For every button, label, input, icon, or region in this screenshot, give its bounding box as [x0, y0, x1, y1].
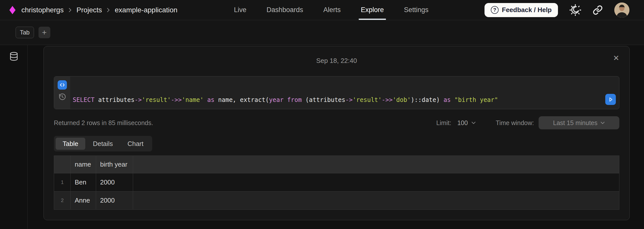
time-window-dropdown[interactable]: Last 15 minutes	[539, 116, 620, 129]
limit-label: Limit:	[436, 119, 451, 127]
run-query-button[interactable]	[605, 94, 616, 105]
main-nav: Live Dashboards Alerts Explore Settings	[234, 0, 428, 20]
database-icon[interactable]	[9, 52, 19, 61]
sql-code[interactable]: SELECT attributes->'result'->>'name' as …	[70, 77, 619, 109]
content-area: Sep 18, 22:40 ✕	[0, 45, 644, 229]
chevron-right-icon	[68, 7, 72, 13]
column-header-name[interactable]: name	[71, 156, 96, 173]
nav-item-live[interactable]: Live	[234, 0, 247, 20]
limit-control: Limit: 100	[436, 119, 475, 127]
top-bar: christophergs Projects example-applicati…	[0, 0, 644, 20]
result-view-tabs: Table Details Chart	[54, 136, 152, 151]
nav-item-explore[interactable]: Explore	[361, 0, 384, 20]
main-panel: Sep 18, 22:40 ✕	[28, 45, 644, 229]
tab-chart[interactable]: Chart	[120, 138, 151, 150]
table-row[interactable]: 2 Anne 2000	[54, 192, 619, 210]
play-icon	[608, 96, 614, 102]
time-window-value: Last 15 minutes	[553, 119, 598, 127]
table-header-row: name birth year	[54, 156, 619, 173]
history-icon[interactable]	[58, 93, 66, 101]
result-status-text: Returned 2 rows in 85 milliseconds.	[54, 119, 153, 127]
breadcrumb-project-name[interactable]: example-application	[115, 6, 177, 14]
add-tab-button[interactable]: +	[38, 27, 50, 38]
limit-dropdown[interactable]: 100	[457, 119, 476, 127]
nav-item-dashboards[interactable]: Dashboards	[267, 0, 303, 20]
tab-table[interactable]: Table	[56, 138, 85, 150]
top-actions: ? Feedback / Help	[485, 3, 629, 18]
editor-gutter	[54, 77, 70, 109]
query-card-header: Sep 18, 22:40 ✕	[54, 46, 619, 76]
query-timestamp: Sep 18, 22:40	[54, 57, 619, 65]
theme-toggle-icon[interactable]	[570, 4, 581, 16]
time-window-label: Time window:	[496, 119, 534, 127]
query-card: Sep 18, 22:40 ✕	[44, 46, 630, 220]
nav-item-alerts[interactable]: Alerts	[323, 0, 341, 20]
tab-details[interactable]: Details	[86, 138, 120, 150]
code-icon[interactable]	[58, 80, 67, 90]
sql-line-1: SELECT attributes->'result'->>'name' as …	[73, 96, 604, 104]
limit-value: 100	[457, 119, 468, 127]
row-number: 1	[54, 173, 71, 192]
row-number: 2	[54, 192, 71, 210]
cell-filler	[133, 173, 619, 192]
nav-item-settings[interactable]: Settings	[404, 0, 429, 20]
row-number-header	[54, 156, 71, 173]
time-window-control: Time window: Last 15 minutes	[496, 116, 619, 129]
column-header-birth-year[interactable]: birth year	[96, 156, 133, 173]
share-link-icon[interactable]	[593, 5, 603, 15]
breadcrumb-org[interactable]: christophergs	[21, 6, 64, 14]
question-circle-icon: ?	[491, 6, 499, 14]
feedback-help-label: Feedback / Help	[502, 6, 552, 14]
user-avatar[interactable]	[614, 3, 629, 18]
cell-filler	[133, 192, 619, 210]
close-icon[interactable]: ✕	[613, 54, 619, 62]
cell-name: Ben	[71, 173, 96, 192]
results-table: name birth year 1 Ben 2000 2 Anne	[54, 156, 619, 210]
result-status-row: Returned 2 rows in 85 milliseconds. Limi…	[54, 117, 619, 129]
cell-birth-year: 2000	[96, 192, 133, 210]
breadcrumb-projects[interactable]: Projects	[76, 6, 102, 14]
chevron-right-icon	[106, 7, 110, 13]
chevron-down-icon	[471, 122, 476, 124]
cell-birth-year: 2000	[96, 173, 133, 192]
sql-editor[interactable]: SELECT attributes->'result'->>'name' as …	[54, 76, 619, 109]
query-tab[interactable]: Tab	[16, 27, 34, 38]
left-rail	[0, 45, 28, 229]
query-tab-bar: Tab +	[0, 20, 644, 45]
column-header-filler	[133, 156, 619, 173]
feedback-help-button[interactable]: ? Feedback / Help	[485, 3, 558, 17]
chevron-down-icon	[600, 122, 605, 124]
breadcrumb: christophergs Projects example-applicati…	[9, 6, 177, 14]
logo-diamond-icon[interactable]	[9, 6, 16, 14]
table-row[interactable]: 1 Ben 2000	[54, 173, 619, 192]
cell-name: Anne	[71, 192, 96, 210]
